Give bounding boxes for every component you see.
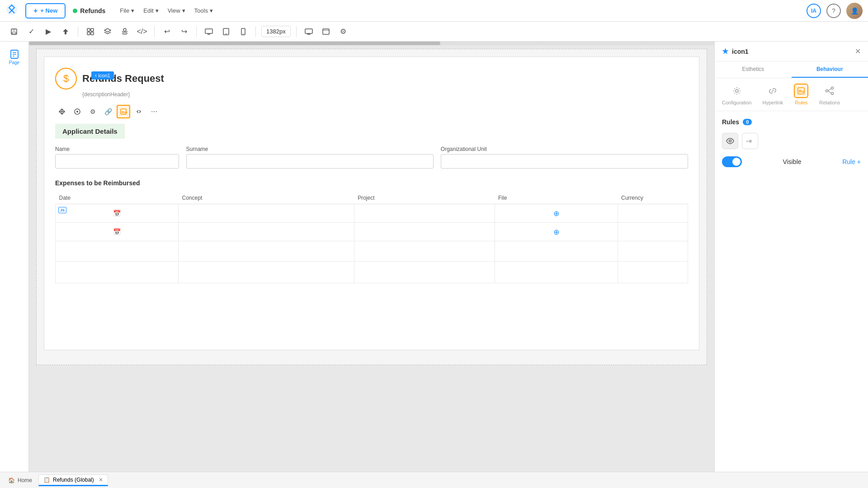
tab-rules[interactable]: Rω Rules — [794, 84, 808, 105]
scroll-thumb[interactable] — [29, 42, 440, 45]
bottom-bar: 🏠 Home 📋 Refunds (Global) ✕ — [0, 472, 868, 488]
eye-rule-button[interactable] — [722, 133, 738, 149]
redo-button[interactable]: ↪ — [177, 25, 191, 38]
concept-cell-3 — [180, 244, 352, 258]
zoom-display[interactable]: 1382px — [261, 26, 291, 37]
file-cell-1: ⊕ — [497, 206, 616, 221]
svg-rect-6 — [91, 32, 94, 35]
close-tab-button[interactable]: ✕ — [99, 477, 103, 483]
table-row: 📅 — [56, 223, 688, 241]
window-button[interactable] — [319, 25, 333, 38]
tab-relations[interactable]: Relations — [819, 84, 840, 105]
horizontal-scrollbar[interactable] — [29, 42, 714, 45]
rules-section: Rules 0 −≡ Visible — [715, 111, 868, 174]
more-tool[interactable]: ⋯ — [147, 105, 161, 118]
desktop-view[interactable] — [202, 25, 216, 38]
expression-rule-button[interactable]: −≡ — [742, 133, 758, 149]
close-panel-button[interactable]: ✕ — [855, 47, 861, 56]
expenses-title: Expenses to be Reimbursed — [55, 179, 688, 187]
nav-right: IA ? 👤 — [807, 3, 863, 19]
concept-cell-2 — [180, 225, 352, 239]
org-unit-field: Organizational Unit — [441, 146, 688, 169]
code-button[interactable]: </> — [135, 25, 149, 38]
style-tool[interactable] — [71, 105, 84, 118]
visible-toggle[interactable] — [722, 156, 742, 167]
panel-header: ★ icon1 ✕ — [715, 42, 868, 61]
avatar[interactable]: 👤 — [846, 3, 863, 19]
tablet-view[interactable] — [219, 25, 233, 38]
layers-button[interactable] — [101, 25, 114, 38]
applicant-section-title: Applicant Details — [55, 124, 125, 139]
nav-menu: File ▾ Edit ▾ View ▾ Tools ▾ — [116, 5, 217, 16]
svg-rect-8 — [205, 29, 212, 33]
col-currency: Currency — [618, 192, 688, 204]
file-menu[interactable]: File ▾ — [116, 5, 138, 16]
app-logo[interactable] — [5, 3, 18, 19]
calendar-icon-1[interactable]: 📅 — [113, 210, 121, 217]
project-cell-2 — [356, 225, 493, 239]
link2-tool[interactable] — [132, 105, 146, 118]
play-button[interactable]: ▶ — [42, 25, 55, 38]
components-button[interactable] — [84, 25, 97, 38]
rule-plus-label: Rule + — [842, 158, 861, 165]
svg-rect-3 — [87, 28, 90, 31]
svg-rect-4 — [91, 28, 94, 31]
file-cell-3 — [497, 244, 616, 258]
undo-button[interactable]: ↩ — [160, 25, 174, 38]
move-tool[interactable] — [55, 105, 69, 118]
page-header-wrapper: $ Refunds Request {descriptionHeader} ic… — [55, 68, 688, 98]
file-upload-2[interactable]: ⊕ — [553, 228, 559, 236]
help-button[interactable]: ? — [826, 4, 841, 18]
link-tool[interactable]: 🔗 — [101, 105, 115, 118]
page-header: $ Refunds Request — [55, 68, 688, 89]
hyperlink-label: Hyperlink — [762, 100, 783, 105]
icon1-indicator[interactable]: icon1 — [91, 71, 114, 80]
col-file: File — [495, 192, 618, 204]
tab-esthetics[interactable]: Esthetics — [715, 61, 792, 78]
svg-point-10 — [226, 33, 226, 34]
expenses-table: Date Concept Project File Currency — [55, 192, 688, 283]
refunds-tab[interactable]: 📋 Refunds (Global) ✕ — [38, 474, 108, 486]
concept-cell-1 — [180, 206, 352, 221]
edit-menu[interactable]: Edit ▾ — [140, 5, 162, 16]
ia-button[interactable]: IA — [807, 4, 821, 18]
top-navigation: + + New Refunds File ▾ Edit ▾ View ▾ Too… — [0, 0, 868, 22]
divider5 — [296, 26, 297, 37]
canvas-scroll[interactable]: $ Refunds Request {descriptionHeader} ic… — [29, 42, 714, 472]
surname-input[interactable] — [186, 154, 434, 169]
screen-button[interactable] — [302, 25, 316, 38]
tools-menu[interactable]: Tools ▾ — [191, 5, 217, 16]
surname-label: Surname — [186, 146, 434, 152]
calendar-icon-2[interactable]: 📅 — [113, 228, 121, 235]
rules-tool[interactable]: Rω — [117, 105, 130, 118]
tab-configuration[interactable]: Configuration — [722, 84, 751, 105]
divider4 — [255, 26, 256, 37]
project-cell-3 — [356, 244, 493, 258]
rules-actions: −≡ — [722, 133, 861, 149]
configuration-label: Configuration — [722, 100, 751, 105]
name-input[interactable] — [55, 154, 179, 169]
check-button[interactable]: ✓ — [24, 25, 38, 38]
tab-behaviour[interactable]: Behaviour — [792, 61, 868, 78]
file-upload-1[interactable]: ⊕ — [553, 209, 559, 218]
home-tab[interactable]: 🏠 Home — [4, 475, 37, 485]
svg-rect-14 — [323, 29, 329, 34]
refunds-tab-icon: 📋 — [43, 477, 50, 483]
sidebar-item-page[interactable]: Page — [5, 47, 24, 67]
table-row — [56, 241, 688, 262]
settings-tool[interactable]: ⚙ — [86, 105, 99, 118]
new-button[interactable]: + + New — [25, 3, 66, 19]
settings-button[interactable]: ⚙ — [336, 25, 350, 38]
save-button[interactable] — [7, 25, 21, 38]
canvas-area: $ Refunds Request {descriptionHeader} ic… — [29, 42, 714, 472]
currency-cell-1 — [620, 206, 686, 221]
new-label: + New — [40, 7, 57, 14]
add-rule-button[interactable]: Rule + — [842, 158, 861, 165]
tab-hyperlink[interactable]: Hyperlink — [762, 84, 783, 105]
publish-button[interactable] — [59, 25, 72, 38]
mobile-view[interactable] — [236, 25, 250, 38]
surname-field: Surname — [186, 146, 434, 169]
view-menu[interactable]: View ▾ — [164, 5, 189, 16]
data-button[interactable] — [118, 25, 132, 38]
org-unit-input[interactable] — [441, 154, 688, 169]
